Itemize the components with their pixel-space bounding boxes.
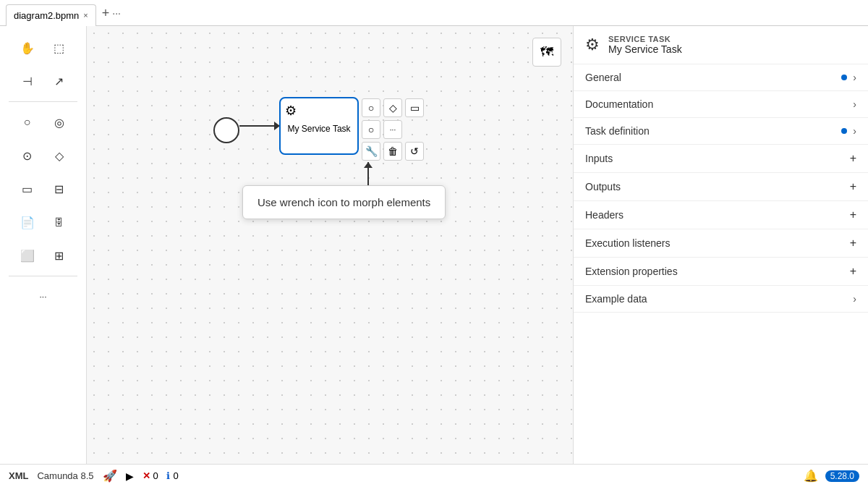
panel-section-headers[interactable]: Headers+ [574, 201, 868, 229]
left-toolbar: ✋ ⬚ ⊣ ↗ ○ ◎ ⊙ ◇ ▭ ⊟ 📄 🗄 ⬜ ⊞ ··· [0, 26, 87, 464]
ring-tool[interactable]: ⊙ [13, 141, 42, 170]
diamond-tool[interactable]: ◇ [45, 141, 74, 170]
ctx-delete[interactable]: 🗑 [383, 142, 402, 161]
status-bar: XML Camunda 8.5 🚀 ▶ ✕ 0 ℹ 0 🔔 5.28.0 [0, 464, 868, 487]
notification-icon[interactable]: 🔔 [804, 469, 818, 483]
status-right: 🔔 5.28.0 [804, 469, 859, 483]
panel-section-execution-listeners[interactable]: Execution listeners+ [574, 229, 868, 258]
plus-icon[interactable]: + [850, 237, 856, 250]
plus-icon[interactable]: + [850, 265, 856, 278]
error-x-count: ✕ 0 ℹ 0 [142, 470, 179, 481]
frame-tool[interactable]: ⬜ [13, 241, 42, 270]
info-count: 0 [173, 470, 178, 481]
panel-section-outputs[interactable]: Outputs+ [574, 173, 868, 201]
panel-header-info: SERVICE TASK My Service Task [608, 35, 682, 55]
tool-row-7: ⬜ ⊞ [13, 241, 74, 270]
new-tab-button[interactable]: + [102, 7, 110, 20]
hint-text: Use wrench icon to morph elements [258, 196, 430, 208]
grid-tool[interactable]: ⊞ [45, 241, 74, 270]
panel-section-task-definition[interactable]: Task definition› [574, 118, 868, 145]
chevron-right-icon: › [853, 125, 856, 137]
service-task[interactable]: ⚙ My Service Task [279, 97, 359, 155]
tab-more-button[interactable]: ··· [112, 7, 121, 19]
doc-tool[interactable]: 📄 [13, 208, 42, 237]
play-button[interactable]: ▶ [126, 470, 134, 482]
xml-label[interactable]: XML [9, 470, 28, 481]
bpmn-canvas[interactable]: ⚙ My Service Task ○ ◇ ▭ ○ ··· 🔧 🗑 ↺ [87, 26, 573, 464]
panel-header-type: SERVICE TASK [608, 35, 682, 43]
plus-icon[interactable]: + [850, 180, 856, 193]
ctx-wrench[interactable]: 🔧 [362, 142, 380, 161]
rocket-icon[interactable]: 🚀 [103, 469, 117, 483]
chevron-right-icon: › [853, 293, 856, 305]
tool-row-3: ○ ◎ [13, 108, 74, 137]
ctx-rect[interactable]: ▭ [405, 98, 424, 117]
ctx-loop[interactable]: ↺ [405, 142, 424, 161]
section-label: Documentation [585, 98, 653, 110]
toolbar-divider-2 [9, 276, 77, 276]
panel-section-inputs[interactable]: Inputs+ [574, 145, 868, 173]
map-icon: 🗺 [540, 45, 553, 60]
plus-icon[interactable]: + [850, 152, 856, 165]
section-label: Extension properties [585, 266, 678, 277]
connect-tool[interactable]: ⊣ [13, 67, 42, 96]
section-label: Outputs [585, 181, 621, 192]
ctx-more[interactable]: ··· [383, 120, 402, 139]
section-label: Task definition [585, 125, 650, 137]
tab-close-button[interactable]: × [83, 11, 88, 20]
service-task-icon: ⚙ [285, 103, 297, 119]
section-label: General [585, 72, 621, 83]
hint-arrow [367, 162, 369, 185]
chevron-right-icon: › [853, 98, 856, 110]
tab-label: diagram2.bpmn [14, 10, 79, 21]
ctx-diamond[interactable]: ◇ [383, 98, 402, 117]
service-task-label: My Service Task [287, 124, 350, 134]
tool-row-4: ⊙ ◇ [13, 141, 74, 170]
circle-thin-tool[interactable]: ○ [13, 108, 42, 137]
panel-section-documentation[interactable]: Documentation› [574, 91, 868, 118]
section-label: Execution listeners [585, 237, 671, 249]
error-count: 0 [153, 470, 158, 481]
context-row-actions: ○ ··· [362, 120, 424, 139]
lasso-tool[interactable]: ⬚ [45, 33, 74, 62]
plus-icon[interactable]: + [850, 208, 856, 221]
arrow-tool[interactable]: ↗ [45, 67, 74, 96]
x-icon: ✕ [142, 470, 150, 481]
right-panel: ⚙ SERVICE TASK My Service Task General›D… [573, 26, 868, 464]
rect-rounded-tool[interactable]: ▭ [13, 174, 42, 203]
context-menu: ○ ◇ ▭ ○ ··· 🔧 🗑 ↺ [362, 98, 424, 161]
ctx-circle2[interactable]: ○ [362, 120, 380, 139]
chevron-right-icon: › [853, 72, 856, 83]
db-tool[interactable]: 🗄 [45, 208, 74, 237]
rect-double-tool[interactable]: ⊟ [45, 174, 74, 203]
hand-tool[interactable]: ✋ [13, 33, 42, 62]
section-label: Inputs [585, 153, 613, 164]
panel-header-name: My Service Task [608, 43, 682, 55]
dot-indicator [841, 128, 847, 134]
circle-thick-tool[interactable]: ◎ [45, 108, 74, 137]
map-button[interactable]: 🗺 [532, 38, 561, 67]
start-event[interactable] [213, 117, 239, 143]
panel-section-extension-properties[interactable]: Extension properties+ [574, 258, 868, 286]
status-left: XML Camunda 8.5 🚀 ▶ ✕ 0 ℹ 0 [9, 469, 179, 483]
panel-section-general[interactable]: General› [574, 64, 868, 91]
panel-section-example-data[interactable]: Example data› [574, 286, 868, 313]
tool-row-6: 📄 🗄 [13, 208, 74, 237]
camunda-version: Camunda 8.5 [37, 470, 93, 481]
section-label: Example data [585, 293, 647, 305]
panel-header: ⚙ SERVICE TASK My Service Task [574, 26, 868, 64]
topbar: diagram2.bpmn × + ··· [0, 0, 868, 26]
tool-row-1: ✋ ⬚ [13, 33, 74, 62]
section-label: Headers [585, 209, 624, 221]
more-tools-button[interactable]: ··· [29, 282, 58, 311]
main-area: ✋ ⬚ ⊣ ↗ ○ ◎ ⊙ ◇ ▭ ⊟ 📄 🗄 ⬜ ⊞ ··· [0, 26, 868, 464]
toolbar-divider-1 [9, 101, 77, 102]
active-tab[interactable]: diagram2.bpmn × [6, 4, 96, 26]
info-icon: ℹ [166, 470, 170, 481]
context-row-tools: 🔧 🗑 ↺ [362, 142, 424, 161]
context-row-shapes: ○ ◇ ▭ [362, 98, 424, 117]
hint-box: Use wrench icon to morph elements [242, 185, 446, 219]
panel-header-icon: ⚙ [585, 35, 600, 54]
version-badge: 5.28.0 [825, 470, 859, 482]
ctx-circle[interactable]: ○ [362, 98, 380, 117]
